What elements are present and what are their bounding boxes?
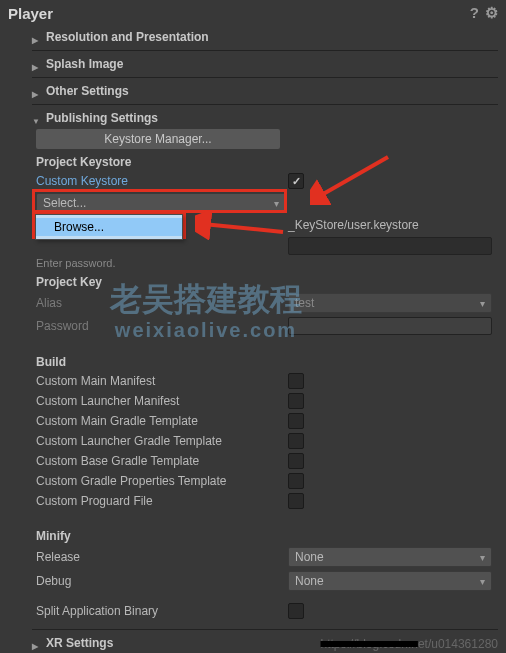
custom-keystore-label: Custom Keystore bbox=[36, 174, 288, 188]
key-password-field[interactable] bbox=[288, 317, 492, 335]
project-key-header: Project Key bbox=[32, 269, 498, 291]
splash-foldout[interactable]: Splash Image bbox=[32, 53, 498, 75]
build-option-label: Custom Gradle Properties Template bbox=[36, 474, 288, 488]
build-option-label: Custom Main Gradle Template bbox=[36, 414, 288, 428]
build-option-label: Custom Proguard File bbox=[36, 494, 288, 508]
dropdown-arrow-icon bbox=[274, 196, 279, 210]
build-option-row: Custom Main Manifest bbox=[32, 371, 498, 391]
blog-url: https://blog.csdn.net/u014361280 bbox=[321, 637, 499, 651]
dropdown-arrow-icon bbox=[480, 550, 485, 564]
build-option-checkbox[interactable] bbox=[288, 473, 304, 489]
splash-label: Splash Image bbox=[46, 57, 123, 71]
custom-keystore-checkbox[interactable] bbox=[288, 173, 304, 189]
build-option-label: Custom Launcher Manifest bbox=[36, 394, 288, 408]
resolution-foldout[interactable]: Resolution and Presentation bbox=[32, 26, 498, 48]
debug-dropdown[interactable]: None bbox=[288, 571, 492, 591]
chevron-right-icon bbox=[32, 59, 42, 69]
browse-menu-item[interactable]: Browse... bbox=[36, 218, 182, 236]
settings-icon[interactable]: ⚙ bbox=[485, 4, 498, 22]
dropdown-arrow-icon bbox=[480, 574, 485, 588]
split-binary-label: Split Application Binary bbox=[36, 604, 288, 618]
release-label: Release bbox=[36, 550, 288, 564]
chevron-right-icon bbox=[32, 638, 42, 648]
dropdown-arrow-icon bbox=[480, 296, 485, 310]
minify-header: Minify bbox=[32, 523, 498, 545]
chevron-down-icon bbox=[32, 113, 42, 123]
player-title-bar: Player ? ⚙ bbox=[0, 0, 506, 26]
build-option-row: Custom Base Gradle Template bbox=[32, 451, 498, 471]
xr-label: XR Settings bbox=[46, 636, 113, 650]
alias-label: Alias bbox=[36, 296, 288, 310]
publishing-foldout[interactable]: Publishing Settings bbox=[32, 107, 498, 129]
build-header: Build bbox=[32, 349, 498, 371]
resolution-label: Resolution and Presentation bbox=[46, 30, 209, 44]
chevron-right-icon bbox=[32, 86, 42, 96]
keystore-path-value: _KeyStore/user.keystore bbox=[288, 218, 419, 232]
build-option-checkbox[interactable] bbox=[288, 433, 304, 449]
alias-dropdown[interactable]: test bbox=[288, 293, 492, 313]
key-password-label: Password bbox=[36, 319, 288, 333]
build-option-row: Custom Gradle Properties Template bbox=[32, 471, 498, 491]
debug-label: Debug bbox=[36, 574, 288, 588]
project-keystore-header: Project Keystore bbox=[32, 149, 498, 171]
release-value: None bbox=[295, 550, 324, 564]
password-help: Enter password. bbox=[32, 257, 498, 269]
publishing-label: Publishing Settings bbox=[46, 111, 158, 125]
build-option-label: Custom Base Gradle Template bbox=[36, 454, 288, 468]
alias-value: test bbox=[295, 296, 314, 310]
keystore-browse-popup: Browse... bbox=[35, 214, 183, 240]
build-option-checkbox[interactable] bbox=[288, 413, 304, 429]
split-binary-checkbox[interactable] bbox=[288, 603, 304, 619]
other-foldout[interactable]: Other Settings bbox=[32, 80, 498, 102]
build-option-row: Custom Launcher Manifest bbox=[32, 391, 498, 411]
select-label: Select... bbox=[43, 196, 86, 210]
build-option-label: Custom Launcher Gradle Template bbox=[36, 434, 288, 448]
build-option-checkbox[interactable] bbox=[288, 373, 304, 389]
build-option-row: Custom Proguard File bbox=[32, 491, 498, 511]
other-label: Other Settings bbox=[46, 84, 129, 98]
build-option-label: Custom Main Manifest bbox=[36, 374, 288, 388]
build-option-checkbox[interactable] bbox=[288, 393, 304, 409]
build-option-checkbox[interactable] bbox=[288, 453, 304, 469]
keystore-select-dropdown[interactable]: Select... bbox=[36, 193, 286, 213]
release-dropdown[interactable]: None bbox=[288, 547, 492, 567]
debug-value: None bbox=[295, 574, 324, 588]
build-option-checkbox[interactable] bbox=[288, 493, 304, 509]
help-icon[interactable]: ? bbox=[470, 4, 479, 22]
build-option-row: Custom Main Gradle Template bbox=[32, 411, 498, 431]
keystore-password-field[interactable] bbox=[288, 237, 492, 255]
chevron-right-icon bbox=[32, 32, 42, 42]
keystore-manager-button[interactable]: Keystore Manager... bbox=[36, 129, 280, 149]
player-title: Player bbox=[8, 5, 53, 22]
build-option-row: Custom Launcher Gradle Template bbox=[32, 431, 498, 451]
